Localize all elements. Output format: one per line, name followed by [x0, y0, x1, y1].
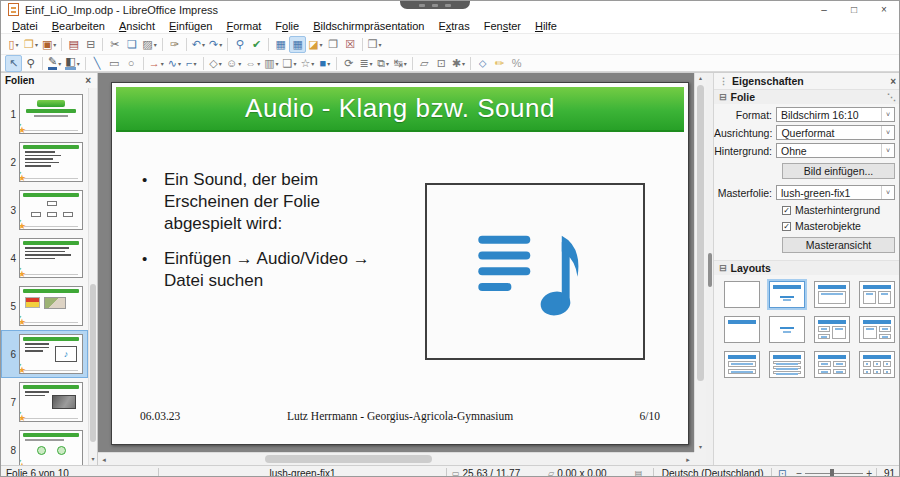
paste-button[interactable]: ▨▾	[140, 36, 158, 53]
open-file-button[interactable]: ❐▾	[22, 36, 40, 53]
slide-thumbnail-7[interactable]: 7✦★	[1, 378, 88, 426]
copy-button[interactable]: ❏	[123, 36, 140, 53]
export-pdf-button[interactable]: ▤	[65, 36, 82, 53]
print-button[interactable]: ⊟	[82, 36, 99, 53]
layout-option-title-2content-content[interactable]	[814, 316, 850, 343]
slide-thumbnail-3[interactable]: 3✦★	[1, 186, 88, 234]
save-button[interactable]: ▣▾	[40, 36, 58, 53]
basic-shapes-button[interactable]: ◇▾	[207, 55, 224, 72]
chevron-down-icon[interactable]: ▾	[327, 60, 330, 67]
chevron-down-icon[interactable]: ▾	[202, 41, 205, 48]
layout-option-centered-text[interactable]	[769, 316, 805, 343]
insert-image-button[interactable]: Bild einfügen...	[782, 163, 895, 179]
spelling-button[interactable]: ✔	[248, 36, 265, 53]
master-background-checkbox[interactable]: ✓ Masterhintergrund	[782, 204, 900, 216]
chevron-up-icon[interactable]: ▴	[695, 74, 706, 83]
slide-canvas[interactable]: Audio - Klang bzw. Sound •Ein Sound, der…	[111, 82, 689, 445]
layout-option-title-content-2content[interactable]	[859, 316, 895, 343]
checkbox-checked-icon[interactable]: ✓	[782, 206, 791, 215]
chevron-down-icon[interactable]: ▾	[194, 60, 197, 67]
chevron-down-icon[interactable]: ▾	[386, 60, 389, 67]
layout-option-title-content[interactable]	[814, 281, 850, 308]
menu-einfügen[interactable]: Einfügen	[162, 18, 219, 33]
menu-folie[interactable]: Folie	[268, 18, 306, 33]
edit-points-button[interactable]: ⬦	[474, 55, 491, 72]
menu-hilfe[interactable]: Hilfe	[528, 18, 564, 33]
maximize-button[interactable]: □	[839, 1, 869, 18]
layout-option-title-content-over-content[interactable]	[724, 351, 760, 378]
slide-thumbnail-1[interactable]: 1✦★	[1, 90, 88, 138]
block-arrows-button[interactable]: ⇔▾	[243, 55, 262, 72]
transition-star-icon[interactable]: ★	[19, 461, 26, 465]
undo-button[interactable]: ↶▾	[190, 36, 207, 53]
flowchart-button[interactable]: ▥▾	[262, 55, 280, 72]
cut-button[interactable]: ✂	[106, 36, 123, 53]
format-select[interactable]: Bildschirm 16:10 ˅	[776, 107, 895, 122]
find-replace-button[interactable]: ⚲	[231, 36, 248, 53]
chevron-down-icon[interactable]: ˅	[881, 126, 894, 139]
select-button[interactable]: ↖	[5, 55, 22, 72]
chevron-down-icon[interactable]: ▾	[404, 60, 407, 67]
gluepoints-button[interactable]: ✏	[491, 55, 508, 72]
insert-line-button[interactable]: ╲	[89, 55, 106, 72]
slide-thumbnail-preview[interactable]: ✦★	[19, 94, 83, 134]
slide-thumbnail-preview[interactable]: ✦★	[19, 286, 83, 326]
zoom-pan-button[interactable]: ⚲	[22, 55, 39, 72]
chevron-down-icon[interactable]: ▾	[219, 60, 222, 67]
chevron-down-icon[interactable]: ▾	[77, 60, 80, 67]
line-color-button[interactable]: ✎▾	[46, 55, 63, 72]
menu-format[interactable]: Format	[219, 18, 268, 33]
master-objects-checkbox[interactable]: ✓ Masterobjekte	[782, 220, 900, 232]
slide-thumbnail-6[interactable]: 6♪✦★	[1, 330, 88, 378]
chevron-down-icon[interactable]: ▾	[89, 455, 97, 464]
slide-thumbnail-preview[interactable]: ✦★	[19, 142, 83, 182]
menu-bildschirmpräsentation[interactable]: Bildschirmpräsentation	[306, 18, 431, 33]
chevron-down-icon[interactable]: ▾	[161, 60, 164, 67]
slide-thumbnail-preview[interactable]: ✦★	[19, 382, 83, 422]
lines-arrows-button[interactable]: →▾	[147, 55, 166, 72]
chevron-down-icon[interactable]: ▾	[320, 41, 323, 48]
crop-image-button[interactable]: ⊡	[433, 55, 450, 72]
new-slide-button[interactable]: ❒▾	[366, 36, 384, 53]
layout-option-title-only[interactable]	[724, 316, 760, 343]
distribute-button[interactable]: ↹▾	[392, 55, 409, 72]
rotate-button[interactable]: ⟳	[340, 55, 357, 72]
layout-option-blank[interactable]	[724, 281, 760, 308]
chevron-down-icon[interactable]: ▾	[370, 60, 373, 67]
minimize-button[interactable]: –	[809, 1, 839, 18]
3d-objects-button[interactable]: ■▾	[316, 55, 333, 72]
master-slide-select[interactable]: lush-green-fix1 ˅	[776, 185, 895, 200]
shadow-button[interactable]: ▱	[416, 55, 433, 72]
chevron-down-icon[interactable]: ▾	[276, 60, 279, 67]
chevron-down-icon[interactable]: ▾	[35, 41, 38, 48]
display-grid-button[interactable]: ▦	[272, 36, 289, 53]
toggle-extrusion-button[interactable]: %	[508, 55, 525, 72]
align-objects-button[interactable]: ≣▾	[357, 55, 374, 72]
close-button[interactable]: ×	[869, 1, 899, 18]
slide-thumbnail-5[interactable]: 5✦★	[1, 282, 88, 330]
chevron-left-icon[interactable]: ◂	[98, 453, 110, 466]
layout-option-title-2content[interactable]	[859, 281, 895, 308]
chevron-down-icon[interactable]: ▾	[154, 41, 157, 48]
chevron-down-icon[interactable]: ▾	[293, 60, 296, 67]
master-slide-indicator[interactable]: lush-green-fix1	[159, 466, 446, 477]
clone-formatting-button[interactable]: ✑	[166, 36, 183, 53]
slide-thumbnail-preview[interactable]: ✦★	[19, 190, 83, 230]
collapse-icon[interactable]: ⊟	[719, 92, 727, 102]
zoom-slider[interactable]	[805, 473, 863, 474]
redo-button[interactable]: ↷▾	[207, 36, 224, 53]
image-filter-button[interactable]: ✱▾	[450, 55, 467, 72]
delete-slide-button[interactable]: ☒	[342, 36, 359, 53]
layout-option-title-6content[interactable]	[859, 351, 895, 378]
ellipse-button[interactable]: ○	[123, 55, 140, 72]
fit-slide-button[interactable]: ⊡	[772, 466, 792, 477]
chevron-down-icon[interactable]: ▾	[462, 60, 465, 67]
orientation-select[interactable]: Querformat ˅	[776, 125, 895, 140]
chevron-down-icon[interactable]: ▾	[257, 60, 260, 67]
menu-bearbeiten[interactable]: Bearbeiten	[45, 18, 112, 33]
rectangle-button[interactable]: ▭	[106, 55, 123, 72]
horizontal-scrollbar[interactable]: ◂ ▸	[98, 452, 694, 465]
transition-star-icon[interactable]: ★	[19, 317, 26, 326]
slide-thumbnail-4[interactable]: 4✦★	[1, 234, 88, 282]
transition-star-icon[interactable]: ★	[19, 221, 26, 230]
